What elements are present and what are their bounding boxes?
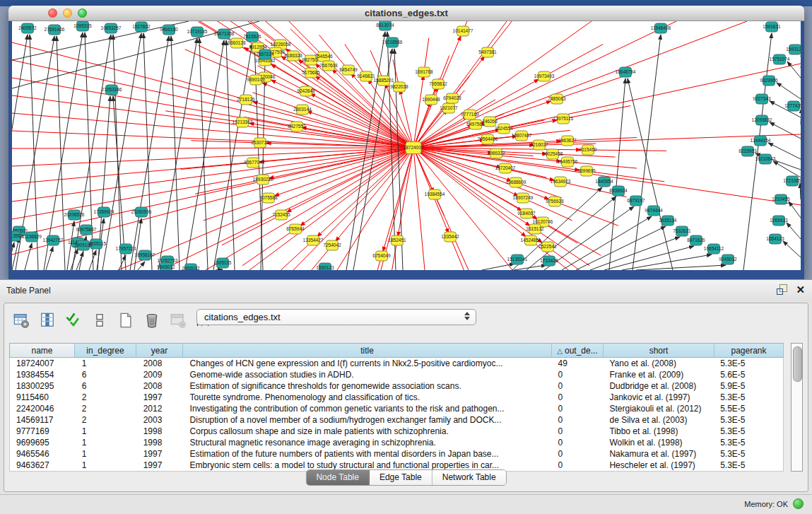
network-node[interactable]: 9777169 [461, 110, 479, 119]
red-citation-edge[interactable] [185, 49, 256, 80]
black-citation-edge[interactable] [216, 269, 223, 270]
black-citation-edge[interactable] [770, 122, 801, 139]
network-node[interactable]: 6754049 [372, 251, 391, 261]
network-node[interactable]: 20206576 [64, 210, 85, 220]
black-citation-edge[interactable] [636, 265, 726, 270]
red-citation-edge[interactable] [170, 78, 246, 100]
network-node[interactable]: 2405572 [18, 23, 37, 33]
red-citation-edge[interactable] [195, 180, 263, 194]
network-node[interactable]: 16648784 [616, 67, 636, 77]
network-node[interactable]: 1095315 [73, 21, 92, 31]
tab-edge-table[interactable]: Edge Table [370, 470, 433, 485]
table-row[interactable]: 2242004622012Investigating the contribut… [10, 403, 783, 414]
table-row[interactable]: 946554611997Estimation of the future num… [10, 448, 783, 460]
red-citation-edge[interactable] [118, 148, 413, 270]
network-node[interactable]: 1615132 [526, 224, 544, 234]
network-node[interactable]: 12093832 [752, 115, 772, 125]
black-citation-edge[interactable] [25, 243, 32, 270]
table-row[interactable]: 1456911722003Disruption of a novel membe… [10, 414, 783, 426]
network-node[interactable]: 20564486 [478, 134, 498, 144]
black-citation-edge[interactable] [514, 265, 546, 270]
float-window-icon[interactable] [777, 284, 787, 295]
network-node[interactable]: 15751074 [770, 54, 790, 64]
black-citation-edge[interactable] [143, 33, 152, 270]
network-node[interactable]: 8427552 [288, 122, 306, 132]
network-node[interactable]: 13354427 [303, 235, 324, 245]
black-citation-edge[interactable] [783, 241, 801, 257]
network-node[interactable]: 9115460 [579, 145, 597, 155]
black-citation-edge[interactable] [632, 35, 661, 270]
black-citation-edge[interactable] [777, 83, 801, 99]
network-node[interactable]: 9474444 [645, 206, 663, 216]
network-node[interactable]: 10807487 [512, 131, 532, 141]
black-citation-edge[interactable] [800, 183, 801, 199]
network-node[interactable]: 8660128 [228, 38, 246, 48]
network-node[interactable]: 9367704 [244, 158, 262, 168]
black-citation-edge[interactable] [102, 33, 141, 270]
network-node[interactable]: 90975887 [76, 225, 97, 235]
network-node[interactable]: 9756928 [546, 197, 564, 206]
black-citation-edge[interactable] [71, 249, 78, 270]
network-node[interactable]: 16671358 [214, 29, 235, 39]
network-node[interactable]: 1265413 [770, 216, 788, 226]
network-node[interactable]: 25260596 [131, 207, 152, 217]
red-citation-edge[interactable] [12, 148, 413, 148]
network-node[interactable]: 5905195 [74, 240, 93, 250]
network-node[interactable]: 1733426 [540, 256, 558, 266]
rows-icon[interactable] [90, 310, 110, 330]
network-node[interactable]: 12213363 [233, 117, 253, 127]
network-node[interactable]: 10653257 [101, 23, 122, 33]
network-node[interactable]: 1721065 [783, 176, 801, 186]
red-citation-edge[interactable] [12, 131, 413, 148]
network-node[interactable]: 2530712 [251, 138, 269, 148]
black-citation-edge[interactable] [138, 262, 145, 270]
network-node[interactable]: 18724007 [404, 142, 424, 154]
black-citation-edge[interactable] [130, 36, 169, 270]
network-node[interactable]: 27691406 [45, 25, 65, 35]
select-all-icon[interactable] [64, 310, 83, 330]
red-citation-edge[interactable] [544, 45, 603, 76]
network-node[interactable]: 7152455 [272, 210, 290, 220]
black-citation-edge[interactable] [261, 61, 265, 270]
close-panel-icon[interactable]: ✕ [796, 284, 805, 295]
black-citation-edge[interactable] [134, 218, 141, 270]
network-node[interactable]: 8938924 [609, 186, 628, 196]
table-options-icon[interactable] [11, 310, 31, 330]
table-row[interactable]: 977716911998Corpus callosum shape and si… [10, 426, 783, 437]
network-node[interactable]: 2667608 [319, 61, 338, 71]
network-node[interactable]: 9890109 [247, 75, 265, 85]
black-citation-edge[interactable] [199, 38, 208, 270]
network-node[interactable]: 8813074 [376, 21, 394, 30]
column-header-short[interactable]: short [604, 343, 714, 358]
network-node[interactable]: 9075588 [259, 193, 278, 203]
network-node[interactable]: 16210643 [755, 154, 776, 164]
network-node[interactable]: 10973493 [534, 71, 555, 81]
black-citation-edge[interactable] [562, 216, 652, 270]
network-node[interactable]: 10654112 [704, 244, 724, 254]
table-row[interactable]: 1830029562008Estimation of significance … [10, 380, 783, 392]
column-header-out_de[interactable]: △out_de... [552, 343, 604, 358]
network-node[interactable]: 6216037 [530, 140, 548, 150]
network-node[interactable]: 9146821 [357, 71, 375, 81]
table-row[interactable]: 911546021997Tourette syndrome. Phenomeno… [10, 392, 783, 403]
network-node[interactable]: 9245012 [719, 255, 737, 264]
network-node[interactable]: 7254042 [323, 240, 341, 250]
network-node[interactable]: 7815526 [243, 32, 261, 42]
red-citation-edge[interactable] [588, 150, 666, 151]
table-row[interactable]: 969969511998Structural magnetic resonanc… [10, 437, 783, 448]
network-node[interactable]: 1852451 [388, 235, 406, 245]
red-citation-edge[interactable] [12, 148, 413, 166]
red-citation-edge[interactable] [567, 162, 637, 168]
network-node[interactable]: 16958107 [135, 250, 155, 260]
table-row[interactable]: 1872400712008Changes of HCN gene express… [10, 358, 783, 369]
network-node[interactable]: 5175685 [302, 68, 320, 78]
network-node[interactable]: 9822038 [390, 82, 408, 92]
network-node[interactable]: 12444154 [751, 136, 771, 146]
red-citation-edge[interactable] [12, 148, 413, 201]
network-node[interactable]: 1905115 [214, 258, 232, 268]
red-citation-edge[interactable] [413, 21, 507, 148]
network-node[interactable]: 2803144 [293, 105, 312, 115]
network-node[interactable]: 9227343 [753, 94, 771, 104]
import-table-icon[interactable] [168, 310, 188, 330]
network-node[interactable]: 6497568 [466, 119, 485, 129]
